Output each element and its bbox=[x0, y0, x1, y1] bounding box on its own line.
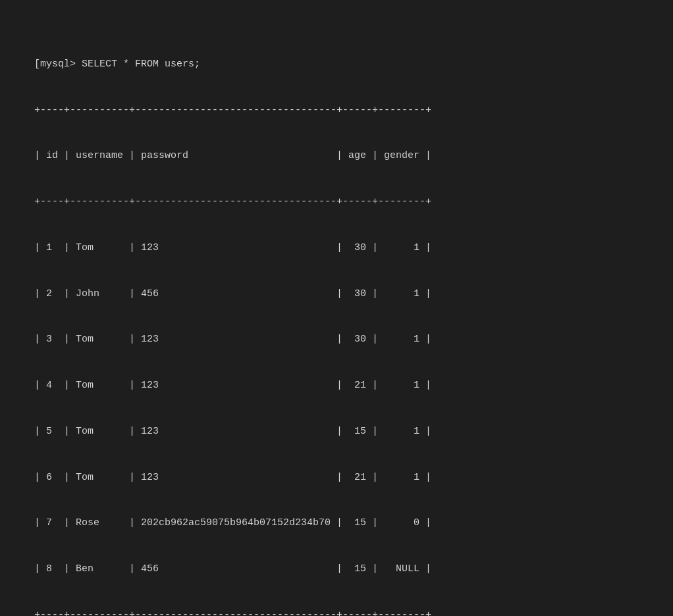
block1-row-6: | 6 | Tom | 123 | 21 | 1 | bbox=[34, 472, 431, 483]
block1-header: | id | username | password | age | gende… bbox=[34, 150, 431, 161]
block1-prompt: [mysql> SELECT * FROM users; bbox=[34, 59, 200, 70]
block1-row-3: | 3 | Tom | 123 | 30 | 1 | bbox=[34, 334, 431, 345]
block1-row-2: | 2 | John | 456 | 30 | 1 | bbox=[34, 288, 431, 299]
block1-row-1: | 1 | Tom | 123 | 30 | 1 | bbox=[34, 242, 431, 253]
block1-row-4: | 4 | Tom | 123 | 21 | 1 | bbox=[34, 380, 431, 391]
block1-row-5: | 5 | Tom | 123 | 15 | 1 | bbox=[34, 426, 431, 437]
block1-sep1: +----+----------+-----------------------… bbox=[34, 105, 431, 116]
terminal-output: [mysql> SELECT * FROM users; +----+-----… bbox=[11, 11, 662, 616]
block1-row-7: | 7 | Rose | 202cb962ac59075b964b07152d2… bbox=[34, 517, 431, 528]
block1-sep3: +----+----------+-----------------------… bbox=[34, 609, 431, 616]
block1-sep2: +----+----------+-----------------------… bbox=[34, 196, 431, 207]
block1: [mysql> SELECT * FROM users; +----+-----… bbox=[11, 41, 662, 617]
block1-row-8: | 8 | Ben | 456 | 15 | NULL | bbox=[34, 563, 431, 575]
